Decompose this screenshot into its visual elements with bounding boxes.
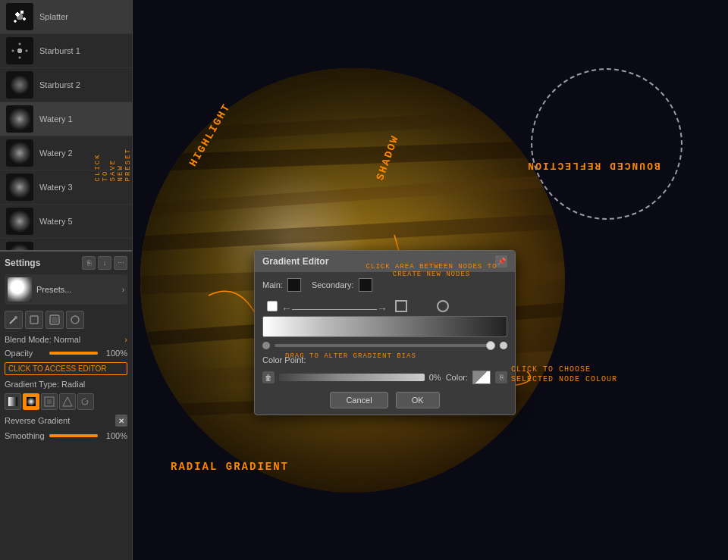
smoothing-slider-track[interactable] xyxy=(49,434,98,437)
settings-icon-copy[interactable]: ⎘ xyxy=(82,256,96,270)
dashed-circle-reflection xyxy=(531,68,682,220)
brush-thumb-watery3 xyxy=(6,174,33,201)
color-point-controls: 🗑 0% Color: ⎘ CLICK TO CHOOSE SELECTED N… xyxy=(262,371,507,384)
settings-title: Settings xyxy=(5,258,40,268)
brush-thumb-watery1 xyxy=(6,105,33,133)
gradient-type-row: Gradient Type: Radial xyxy=(5,380,127,389)
svg-rect-6 xyxy=(8,397,17,406)
settings-icons: ⎘ ↓ ⋯ xyxy=(82,256,127,270)
brush-item-starburst2[interactable]: Starburst 2 xyxy=(0,68,132,102)
position-value: 0% xyxy=(429,373,441,382)
color-row: Main: Secondary: CLICK AREA BETWEEN NODE… xyxy=(262,278,507,292)
tool-btn-1[interactable] xyxy=(5,311,23,329)
reverse-gradient-label: Reverse Gradient xyxy=(5,416,115,425)
gradient-trigger[interactable]: CLICK TO ACCESS EDITOR xyxy=(5,362,127,375)
svg-rect-7 xyxy=(27,397,36,406)
secondary-color-swatch[interactable] xyxy=(359,278,372,292)
settings-icon-save[interactable]: ↓ xyxy=(98,256,111,270)
tool-btn-3[interactable] xyxy=(46,311,64,329)
sidebar: Splatter Starburst 1 Starburst 2 Watery … xyxy=(0,0,133,560)
brush-item-watery5[interactable]: Watery 5 xyxy=(0,205,132,239)
tool-options xyxy=(5,311,127,329)
tool-btn-4[interactable] xyxy=(66,311,84,329)
gradient-editor-dialog: Gradient Editor 📌 Main: Secondary: CLICK… xyxy=(254,250,516,415)
handle-arrows: ←————————→ xyxy=(281,302,388,314)
brush-item-starburst1[interactable]: Starburst 1 xyxy=(0,34,132,68)
opacity-label: Opacity xyxy=(5,349,46,358)
svg-point-1 xyxy=(14,316,17,319)
settings-icon-more[interactable]: ⋯ xyxy=(114,256,127,270)
gradient-preview-bar[interactable] xyxy=(262,316,507,337)
brush-name-starburst1: Starburst 1 xyxy=(39,46,80,55)
gradient-btn-square[interactable] xyxy=(41,393,58,410)
smoothing-value: 100% xyxy=(101,431,127,440)
gradient-type-icons-row xyxy=(5,393,127,410)
brush-name-watery5: Watery 5 xyxy=(39,217,73,226)
gradient-node-2[interactable] xyxy=(437,300,449,312)
presets-label: Presets... xyxy=(36,285,122,294)
gradient-handle-white[interactable] xyxy=(267,301,278,311)
click-choose-annotation: CLICK TO CHOOSE SELECTED NODE COLOUR xyxy=(511,364,629,384)
color-point-trash[interactable]: 🗑 xyxy=(262,371,275,383)
dialog-title: Gradient Editor xyxy=(262,256,328,267)
ok-button[interactable]: OK xyxy=(396,392,440,408)
brush-item-splatter[interactable]: Splatter xyxy=(0,0,132,34)
presets-row[interactable]: Presets... › xyxy=(5,274,127,305)
gradient-handles-row: ←————————→ xyxy=(262,298,507,314)
bias-annotation: DRAG TO ALTER GRADIENT BIAS xyxy=(285,352,416,360)
gradient-btn-conical[interactable] xyxy=(59,393,76,410)
cancel-button[interactable]: Cancel xyxy=(330,392,388,408)
canvas-area[interactable]: HIGHLIGHT SHADOW BOUNCED REFLECTION RADI… xyxy=(133,0,728,560)
settings-header: Settings ⎘ ↓ ⋯ xyxy=(5,256,127,270)
opacity-slider-track[interactable] xyxy=(49,352,98,355)
gradient-type-label: Gradient Type: Radial xyxy=(5,380,127,389)
blend-mode-arrow[interactable]: › xyxy=(124,335,127,344)
secondary-label: Secondary: xyxy=(312,280,354,289)
brush-list: Splatter Starburst 1 Starburst 2 Watery … xyxy=(0,0,132,250)
dialog-buttons: Cancel OK xyxy=(262,392,507,408)
brush-thumb-watery5 xyxy=(6,208,33,235)
brush-item-watery1[interactable]: Watery 1 CLICK TO SAVE NEW PRESET xyxy=(0,102,132,136)
brush-name-starburst2: Starburst 2 xyxy=(39,80,80,89)
svg-point-5 xyxy=(71,316,79,324)
settings-panel: Settings ⎘ ↓ ⋯ Presets... › xyxy=(0,250,132,560)
dialog-body: Main: Secondary: CLICK AREA BETWEEN NODE… xyxy=(255,272,515,415)
brush-name-watery1: Watery 1 xyxy=(39,114,73,124)
bias-track[interactable] xyxy=(275,344,495,347)
bias-row: DRAG TO ALTER GRADIENT BIAS xyxy=(262,342,507,349)
brush-thumb-watery2 xyxy=(6,139,33,167)
brush-name-splatter: Splatter xyxy=(39,12,68,21)
gradient-node-1[interactable] xyxy=(395,300,407,312)
svg-rect-2 xyxy=(30,316,38,324)
color-label: Color: xyxy=(446,373,468,382)
brush-thumb-splatter xyxy=(6,3,33,30)
smoothing-label: Smoothing xyxy=(5,431,46,440)
gradient-btn-linear[interactable] xyxy=(5,393,21,410)
svg-rect-9 xyxy=(47,399,52,404)
tool-btn-2[interactable] xyxy=(25,311,43,329)
annotation-nodes-text: CLICK AREA BETWEEN NODES TO CREATE NEW N… xyxy=(356,263,507,278)
gradient-btn-spiral[interactable] xyxy=(77,393,94,410)
gradient-type-icons xyxy=(5,393,94,410)
blend-mode-row: Blend Mode: Normal › xyxy=(5,335,127,344)
preset-thumb xyxy=(8,277,32,302)
main-color-swatch[interactable] xyxy=(287,278,301,292)
smoothing-row: Smoothing 100% xyxy=(5,431,127,440)
svg-marker-10 xyxy=(63,397,72,406)
node-color-swatch[interactable] xyxy=(472,371,491,384)
position-slider[interactable] xyxy=(279,374,425,381)
blend-mode-label: Blend Mode: Normal xyxy=(5,335,123,344)
brush-thumb-starburst1 xyxy=(6,37,33,64)
svg-rect-4 xyxy=(52,317,58,323)
brush-name-watery2: Watery 2 xyxy=(39,149,73,158)
brush-name-watery3: Watery 3 xyxy=(39,183,73,192)
gradient-trigger-label: CLICK TO ACCESS EDITOR xyxy=(8,364,106,373)
vertical-annotation-preset: CLICK TO SAVE NEW PRESET xyxy=(94,148,132,181)
copy-color-btn[interactable]: ⎘ xyxy=(495,371,507,383)
reverse-gradient-toggle[interactable]: ✕ xyxy=(115,415,127,427)
gradient-btn-radial[interactable] xyxy=(23,393,39,410)
gradient-bar-container xyxy=(262,316,507,337)
brush-thumb-starburst2 xyxy=(6,71,33,99)
brush-item-watery6[interactable]: Watery 6 xyxy=(0,239,132,250)
main-label: Main: xyxy=(262,280,283,289)
